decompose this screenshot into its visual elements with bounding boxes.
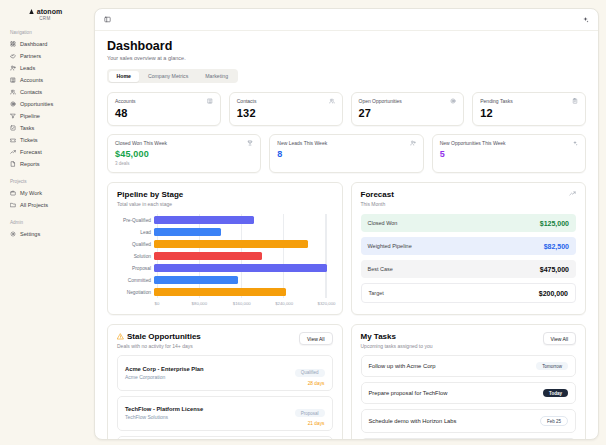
stats-row: Accounts 48 Contacts 132 Open Opportunit… bbox=[107, 92, 586, 126]
logo-mark-icon bbox=[28, 8, 35, 15]
sidebar-item-forecast[interactable]: Forecast bbox=[0, 146, 90, 158]
bar-track bbox=[154, 240, 327, 248]
forecast-subtitle: This Month bbox=[361, 201, 394, 207]
bottom-row: Stale Opportunities Deals with no activi… bbox=[107, 324, 586, 440]
page-title: Dashboard bbox=[107, 39, 586, 53]
stale-subtitle: Deals with no activity for 14+ days bbox=[117, 343, 201, 349]
forecast-row-value: $82,500 bbox=[544, 243, 569, 250]
bar-track bbox=[154, 276, 327, 284]
bar-pre-qualified bbox=[154, 216, 254, 224]
sidebar-item-opportunities[interactable]: Opportunities bbox=[0, 98, 90, 110]
pipeline-chart: Pre-Qualified Lead Qualified Solution Pr… bbox=[117, 214, 333, 308]
app-name: atonom bbox=[37, 8, 62, 15]
page-subtitle: Your sales overview at a glance. bbox=[107, 55, 586, 61]
opportunity-item[interactable]: TechFlow - Platform License TechFlow Sol… bbox=[117, 396, 333, 432]
app-subtitle: CRM bbox=[39, 16, 51, 21]
warning-icon bbox=[117, 333, 124, 340]
ticket-icon bbox=[10, 137, 16, 143]
user-plus-icon bbox=[410, 140, 416, 146]
briefcase-icon bbox=[10, 190, 16, 196]
sidebar-item-label: Forecast bbox=[20, 149, 42, 155]
days-label: 28 days bbox=[295, 381, 325, 386]
task-item[interactable]: Schedule demo with Horizon Labs Feb 25 bbox=[361, 409, 577, 433]
my-tasks-card: My Tasks Upcoming tasks assigned to you … bbox=[351, 324, 587, 440]
stat-card-accounts: Accounts 48 bbox=[107, 92, 221, 126]
tab-home[interactable]: Home bbox=[109, 71, 139, 82]
sparkles-icon[interactable] bbox=[582, 16, 589, 23]
tab-marketing[interactable]: Marketing bbox=[197, 71, 236, 82]
dashboard-content: Dashboard Your sales overview at a glanc… bbox=[95, 31, 598, 440]
task-item[interactable]: Review contract terms - Pinnacle Feb 27 bbox=[361, 438, 577, 440]
bar-qualified bbox=[154, 240, 308, 248]
sidebar-item-reports[interactable]: Reports bbox=[0, 158, 90, 170]
stat-label: Closed Won This Week bbox=[115, 140, 167, 146]
stat-value: 48 bbox=[115, 107, 213, 119]
panel-left-icon bbox=[104, 16, 111, 23]
building-icon bbox=[207, 98, 213, 104]
sidebar-item-dashboard[interactable]: Dashboard bbox=[0, 38, 90, 50]
logo-mark-icon bbox=[28, 8, 35, 15]
app-logo[interactable]: atonom CRM bbox=[0, 8, 90, 21]
target-icon bbox=[450, 98, 456, 104]
sidebar-item-settings[interactable]: Settings bbox=[0, 228, 90, 240]
bar-track bbox=[154, 288, 327, 296]
sidebar-item-my-work[interactable]: My Work bbox=[0, 187, 90, 199]
week-stats-row: Closed Won This Week $45,000 3 deals New… bbox=[107, 134, 586, 173]
forecast-rows: Closed Won $125,000 Weighted Pipeline $8… bbox=[361, 214, 577, 303]
opportunity-item[interactable]: Acme Corp - Enterprise Plan Acme Corpora… bbox=[117, 355, 333, 391]
main-panel: Dashboard Your sales overview at a glanc… bbox=[94, 8, 599, 440]
stage-badge: Qualified bbox=[295, 369, 325, 377]
due-badge: Today bbox=[543, 389, 568, 397]
opportunity-name: Acme Corp - Enterprise Plan bbox=[125, 366, 204, 372]
stale-view-all-button[interactable]: View All bbox=[299, 332, 332, 345]
bar-committed bbox=[154, 276, 238, 284]
sidebar-nav: NavigationDashboardPartnersLeadsAccounts… bbox=[0, 30, 90, 240]
forecast-row-value: $475,000 bbox=[540, 266, 569, 273]
stat-value: 12 bbox=[480, 107, 578, 119]
stale-list: Acme Corp - Enterprise Plan Acme Corpora… bbox=[117, 355, 333, 440]
sparkles-icon bbox=[572, 140, 578, 146]
x-tick-label: $160,000 bbox=[233, 301, 251, 306]
stat-label: Contacts bbox=[237, 98, 257, 104]
forecast-row-target: Target $200,000 bbox=[361, 283, 577, 303]
sidebar-item-all-projects[interactable]: All Projects bbox=[0, 199, 90, 211]
trending-up-icon bbox=[569, 190, 576, 197]
stat-label: Accounts bbox=[115, 98, 136, 104]
stat-value: 5 bbox=[440, 149, 578, 159]
sidebar-section-label: Admin bbox=[10, 220, 80, 225]
sidebar-item-tickets[interactable]: Tickets bbox=[0, 134, 90, 146]
bar-track bbox=[154, 252, 327, 260]
tasks-view-all-button[interactable]: View All bbox=[543, 332, 576, 345]
task-item[interactable]: Follow up with Acme Corp Tomorrow bbox=[361, 355, 577, 377]
sidebar-item-partners[interactable]: Partners bbox=[0, 50, 90, 62]
pipeline-chart-rows: Pre-Qualified Lead Qualified Solution Pr… bbox=[117, 214, 333, 298]
funnel-icon bbox=[10, 113, 16, 119]
bar-negotiation bbox=[154, 288, 286, 296]
due-badge: Tomorrow bbox=[536, 362, 568, 370]
tab-company-metrics[interactable]: Company Metrics bbox=[140, 71, 196, 82]
users-icon bbox=[329, 98, 335, 104]
sidebar-item-leads[interactable]: Leads bbox=[0, 62, 90, 74]
stat-card-contacts: Contacts 132 bbox=[229, 92, 343, 126]
stat-value: 27 bbox=[359, 107, 457, 119]
bar-track bbox=[154, 264, 327, 272]
forecast-row-closed-won: Closed Won $125,000 bbox=[361, 214, 577, 232]
days-label: 21 days bbox=[295, 421, 325, 426]
task-item[interactable]: Prepare proposal for TechFlow Today bbox=[361, 382, 577, 404]
stat-label: New Opportunities This Week bbox=[440, 140, 506, 146]
sidebar-item-label: Dashboard bbox=[20, 41, 47, 47]
warning-icon bbox=[117, 333, 124, 340]
sidebar-item-accounts[interactable]: Accounts bbox=[0, 74, 90, 86]
grid-icon bbox=[10, 41, 16, 47]
sidebar-item-label: Accounts bbox=[20, 77, 43, 83]
sidebar-item-tasks[interactable]: Tasks bbox=[0, 122, 90, 134]
opportunity-company: TechFlow Solutions bbox=[125, 414, 203, 420]
panel-toggle-icon[interactable] bbox=[104, 16, 111, 23]
sidebar-item-pipeline[interactable]: Pipeline bbox=[0, 110, 90, 122]
stale-title: Stale Opportunities bbox=[127, 332, 201, 341]
sidebar-item-contacts[interactable]: Contacts bbox=[0, 86, 90, 98]
clipboard-icon bbox=[572, 98, 578, 104]
stat-label: Open Opportunities bbox=[359, 98, 402, 104]
opportunity-item[interactable]: Pinnacle - Annual Subscription Pinnacle … bbox=[117, 436, 333, 440]
charts-row: Pipeline by Stage Total value in each st… bbox=[107, 182, 586, 315]
